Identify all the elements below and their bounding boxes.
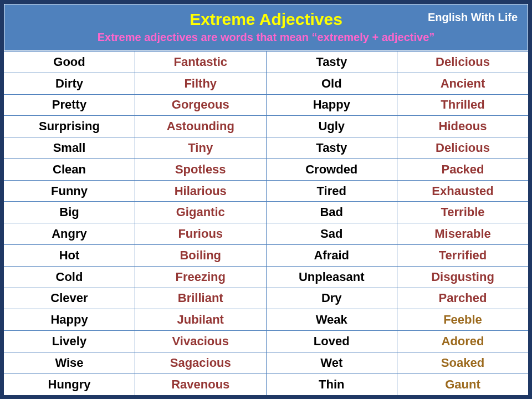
- extreme-adjective-cell: Vivacious: [135, 331, 267, 352]
- extreme-adjective-cell: Disgusting: [397, 266, 529, 288]
- extreme-adjective-cell: Ancient: [397, 73, 529, 94]
- base-adjective-cell: Wet: [266, 352, 397, 374]
- extreme-adjective-cell: Tiny: [135, 137, 267, 159]
- extreme-adjective-cell: Soaked: [397, 352, 529, 374]
- extreme-adjective-cell: Hideous: [397, 116, 529, 137]
- base-adjective-cell: Happy: [266, 94, 397, 116]
- base-adjective-cell: Afraid: [266, 245, 397, 267]
- base-adjective-cell: Hungry: [4, 374, 135, 395]
- subtitle: Extreme adjectives are words that mean “…: [14, 31, 518, 44]
- extreme-adjective-cell: Delicious: [397, 52, 529, 73]
- extreme-adjective-cell: Gorgeous: [135, 94, 267, 116]
- table-row: LivelyVivaciousLovedAdored: [4, 331, 528, 352]
- extreme-adjective-cell: Furious: [135, 223, 267, 245]
- table-row: CleanSpotlessCrowdedPacked: [4, 158, 528, 180]
- table-row: HappyJubilantWeakFeeble: [4, 309, 528, 331]
- extreme-adjective-cell: Jubilant: [135, 309, 267, 331]
- extreme-adjective-cell: Brilliant: [135, 288, 267, 309]
- base-adjective-cell: Funny: [4, 180, 135, 202]
- base-adjective-cell: Crowded: [266, 158, 397, 180]
- extreme-adjective-cell: Spotless: [135, 158, 267, 180]
- table-row: AngryFuriousSadMiserable: [4, 223, 528, 245]
- base-adjective-cell: Cold: [4, 266, 135, 288]
- extreme-adjective-cell: Freezing: [135, 266, 267, 288]
- extreme-adjective-cell: Astounding: [135, 116, 267, 137]
- extreme-adjective-cell: Ravenous: [135, 374, 267, 395]
- extreme-adjective-cell: Delicious: [397, 137, 529, 159]
- table-row: CleverBrilliantDryParched: [4, 288, 528, 309]
- extreme-adjective-cell: Gaunt: [397, 374, 529, 395]
- base-adjective-cell: Good: [4, 52, 135, 73]
- base-adjective-cell: Ugly: [266, 116, 397, 137]
- table-row: WiseSagaciousWetSoaked: [4, 352, 528, 374]
- table-row: DirtyFilthyOldAncient: [4, 73, 528, 94]
- base-adjective-cell: Angry: [4, 223, 135, 245]
- base-adjective-cell: Hot: [4, 245, 135, 267]
- base-adjective-cell: Clean: [4, 158, 135, 180]
- base-adjective-cell: Tasty: [266, 52, 397, 73]
- base-adjective-cell: Loved: [266, 331, 397, 352]
- table-row: SurprisingAstoundingUglyHideous: [4, 116, 528, 137]
- card: Extreme Adjectives English With Life Ext…: [3, 3, 529, 396]
- extreme-adjective-cell: Boiling: [135, 245, 267, 267]
- base-adjective-cell: Dirty: [4, 73, 135, 94]
- header: Extreme Adjectives English With Life Ext…: [4, 4, 528, 51]
- extreme-adjective-cell: Gigantic: [135, 202, 267, 223]
- base-adjective-cell: Pretty: [4, 94, 135, 116]
- extreme-adjective-cell: Hilarious: [135, 180, 267, 202]
- adjective-table: GoodFantasticTastyDeliciousDirtyFilthyOl…: [4, 51, 528, 395]
- base-adjective-cell: Lively: [4, 331, 135, 352]
- table-row: HotBoilingAfraidTerrified: [4, 245, 528, 267]
- base-adjective-cell: Bad: [266, 202, 397, 223]
- base-adjective-cell: Clever: [4, 288, 135, 309]
- extreme-adjective-cell: Parched: [397, 288, 529, 309]
- base-adjective-cell: Old: [266, 73, 397, 94]
- base-adjective-cell: Small: [4, 137, 135, 159]
- base-adjective-cell: Thin: [266, 374, 397, 395]
- base-adjective-cell: Tasty: [266, 137, 397, 159]
- brand-label: English With Life: [428, 11, 518, 24]
- extreme-adjective-cell: Filthy: [135, 73, 267, 94]
- table-row: HungryRavenousThinGaunt: [4, 374, 528, 395]
- table-row: FunnyHilariousTiredExhausted: [4, 180, 528, 202]
- table-row: ColdFreezingUnpleasantDisgusting: [4, 266, 528, 288]
- base-adjective-cell: Big: [4, 202, 135, 223]
- table-row: BigGiganticBadTerrible: [4, 202, 528, 223]
- base-adjective-cell: Unpleasant: [266, 266, 397, 288]
- extreme-adjective-cell: Terrified: [397, 245, 529, 267]
- extreme-adjective-cell: Terrible: [397, 202, 529, 223]
- base-adjective-cell: Wise: [4, 352, 135, 374]
- base-adjective-cell: Weak: [266, 309, 397, 331]
- base-adjective-cell: Tired: [266, 180, 397, 202]
- extreme-adjective-cell: Packed: [397, 158, 529, 180]
- table-row: SmallTinyTastyDelicious: [4, 137, 528, 159]
- extreme-adjective-cell: Fantastic: [135, 52, 267, 73]
- base-adjective-cell: Dry: [266, 288, 397, 309]
- table-row: PrettyGorgeousHappyThrilled: [4, 94, 528, 116]
- extreme-adjective-cell: Adored: [397, 331, 529, 352]
- table-row: GoodFantasticTastyDelicious: [4, 52, 528, 73]
- base-adjective-cell: Happy: [4, 309, 135, 331]
- extreme-adjective-cell: Miserable: [397, 223, 529, 245]
- extreme-adjective-cell: Exhausted: [397, 180, 529, 202]
- extreme-adjective-cell: Sagacious: [135, 352, 267, 374]
- extreme-adjective-cell: Thrilled: [397, 94, 529, 116]
- base-adjective-cell: Sad: [266, 223, 397, 245]
- base-adjective-cell: Surprising: [4, 116, 135, 137]
- extreme-adjective-cell: Feeble: [397, 309, 529, 331]
